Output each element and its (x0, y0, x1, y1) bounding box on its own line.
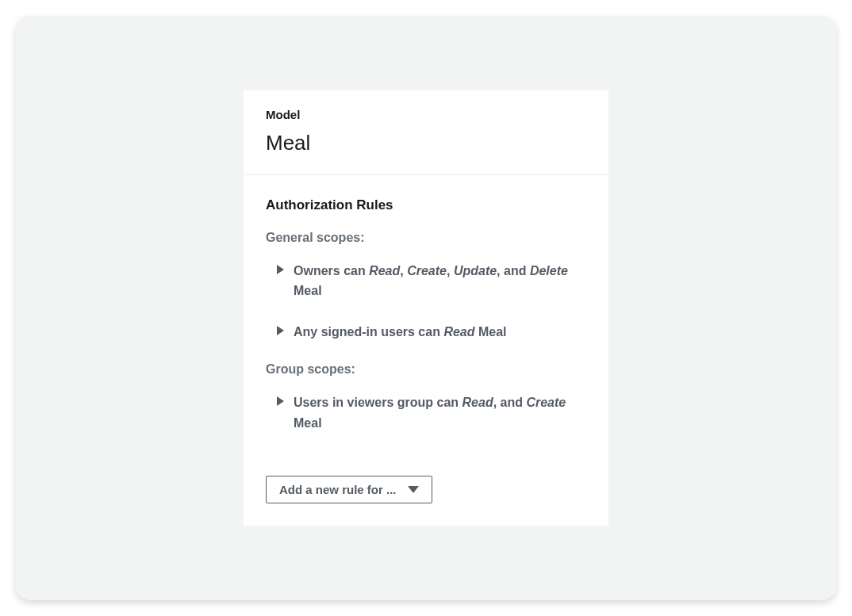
expand-icon (277, 396, 284, 406)
rule-target: Meal (294, 284, 322, 297)
model-name: Meal (266, 131, 586, 155)
rule-viewers-group[interactable]: Users in viewers group can Read, and Cre… (266, 392, 586, 433)
rule-action: Read (443, 325, 474, 339)
rule-target: Meal (294, 416, 322, 430)
rule-signed-in-text: Any signed-in users can Read Meal (294, 322, 507, 342)
group-scopes-label: Group scopes: (266, 362, 586, 377)
panel-body: Authorization Rules General scopes: Owne… (244, 175, 608, 526)
authorization-rules-title: Authorization Rules (266, 197, 586, 213)
rule-owners[interactable]: Owners can Read, Create, Update, and Del… (266, 261, 586, 301)
group-scopes-list: Users in viewers group can Read, and Cre… (266, 392, 586, 433)
rule-action: Read (462, 396, 493, 409)
group-scopes-section: Group scopes: Users in viewers group can… (266, 362, 586, 433)
panel-header: Model Meal (244, 90, 608, 175)
rule-signed-in[interactable]: Any signed-in users can Read Meal (266, 322, 586, 342)
chevron-down-icon (408, 486, 419, 493)
rule-subject: Any signed-in users (294, 325, 415, 339)
general-scopes-list: Owners can Read, Create, Update, and Del… (266, 261, 586, 342)
rule-action: Read (369, 264, 400, 277)
model-panel: Model Meal Authorization Rules General s… (244, 90, 608, 526)
rule-owners-text: Owners can Read, Create, Update, and Del… (294, 261, 586, 301)
rule-target: Meal (478, 325, 507, 339)
background-card: Model Meal Authorization Rules General s… (16, 16, 836, 600)
general-scopes-label: General scopes: (266, 231, 586, 245)
rule-action: Delete (530, 264, 568, 277)
rule-action: Update (454, 264, 497, 277)
add-rule-label: Add a new rule for ... (279, 483, 397, 496)
expand-icon (277, 326, 284, 335)
rule-action: Create (526, 396, 566, 409)
expand-icon (277, 265, 284, 274)
rule-viewers-group-text: Users in viewers group can Read, and Cre… (294, 392, 586, 433)
model-label: Model (266, 108, 586, 121)
rule-subject: Users in viewers group (294, 396, 433, 409)
add-rule-button[interactable]: Add a new rule for ... (266, 476, 432, 503)
rule-subject: Owners (294, 264, 340, 277)
outer-frame: Model Meal Authorization Rules General s… (0, 0, 852, 616)
rule-action: Create (407, 264, 447, 277)
